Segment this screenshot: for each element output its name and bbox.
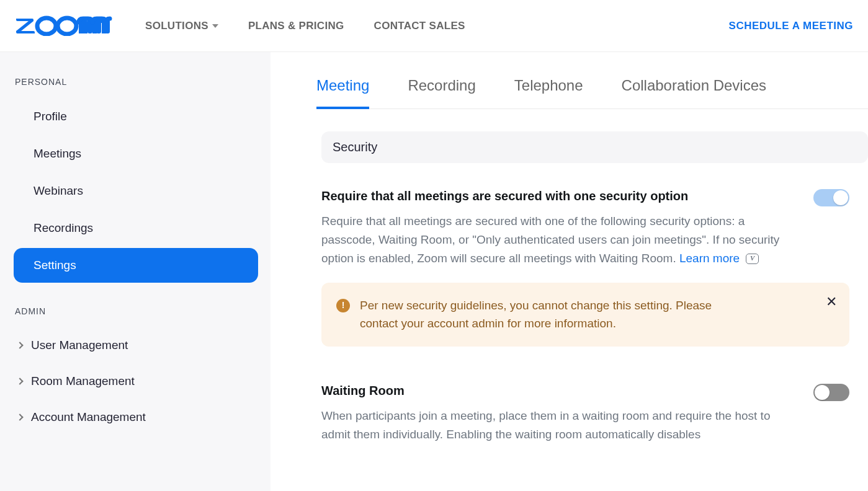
nav-label: CONTACT SALES (374, 20, 465, 32)
sidebar: PERSONAL Profile Meetings Webinars Recor… (0, 52, 271, 491)
tab-collaboration-devices[interactable]: Collaboration Devices (622, 77, 766, 109)
setting-description: Require that all meetings are secured wi… (321, 212, 787, 268)
sidebar-item-label: Room Management (31, 374, 135, 388)
setting-waiting-room: Waiting Room When participants join a me… (321, 384, 868, 444)
sidebar-item-settings[interactable]: Settings (14, 248, 258, 283)
setting-require-security: Require that all meetings are secured wi… (321, 189, 868, 347)
alert-text: Per new security guidelines, you cannot … (360, 296, 745, 333)
info-icon: V (746, 254, 759, 264)
sidebar-item-label: Profile (34, 110, 67, 123)
sidebar-section-admin: ADMIN (14, 306, 258, 316)
tab-recording[interactable]: Recording (408, 77, 475, 109)
setting-title: Waiting Room (321, 384, 787, 398)
main-content: Meeting Recording Telephone Collaboratio… (271, 52, 868, 491)
nav-plans-pricing[interactable]: PLANS & PRICING (248, 20, 344, 32)
setting-description: When participants join a meeting, place … (321, 407, 787, 444)
svg-rect-4 (96, 19, 101, 33)
security-alert: ! Per new security guidelines, you canno… (321, 283, 849, 347)
sidebar-item-label: Account Management (31, 410, 146, 424)
setting-title: Require that all meetings are secured wi… (321, 189, 787, 203)
tab-telephone[interactable]: Telephone (514, 77, 583, 109)
sidebar-item-label: Settings (34, 259, 76, 272)
nav-label: SOLUTIONS (145, 20, 208, 32)
nav-solutions[interactable]: SOLUTIONS (145, 20, 218, 32)
sidebar-item-label: Recordings (34, 221, 93, 235)
learn-more-link[interactable]: Learn more V (679, 249, 759, 268)
nav-label: PLANS & PRICING (248, 20, 344, 32)
sidebar-item-webinars[interactable]: Webinars (14, 174, 258, 208)
toggle-knob (833, 190, 848, 205)
sidebar-item-label: Webinars (34, 184, 83, 198)
svg-point-0 (37, 18, 56, 34)
warning-icon: ! (336, 299, 350, 312)
chevron-right-icon (16, 378, 23, 384)
sidebar-item-label: Meetings (34, 147, 81, 161)
svg-point-1 (58, 18, 76, 34)
sidebar-item-recordings[interactable]: Recordings (14, 211, 258, 246)
schedule-meeting-link[interactable]: SCHEDULE A MEETING (729, 20, 853, 32)
toggle-knob (815, 385, 830, 400)
sidebar-section-personal: PERSONAL (14, 77, 258, 87)
chevron-down-icon (212, 24, 218, 28)
nav-contact-sales[interactable]: CONTACT SALES (374, 20, 465, 32)
section-header-security: Security (321, 131, 868, 163)
zoom-logo[interactable] (15, 14, 114, 38)
sidebar-item-profile[interactable]: Profile (14, 99, 258, 134)
tabs: Meeting Recording Telephone Collaboratio… (316, 77, 868, 109)
close-icon[interactable]: ✕ (826, 295, 837, 309)
chevron-right-icon (16, 414, 23, 420)
sidebar-item-label: User Management (31, 338, 128, 352)
toggle-waiting-room[interactable] (813, 384, 849, 401)
learn-more-text: Learn more (679, 249, 740, 268)
sidebar-item-room-management[interactable]: Room Management (14, 365, 258, 398)
tab-meeting[interactable]: Meeting (316, 77, 369, 109)
sidebar-item-account-management[interactable]: Account Management (14, 400, 258, 434)
sidebar-item-meetings[interactable]: Meetings (14, 136, 258, 171)
sidebar-item-user-management[interactable]: User Management (14, 329, 258, 362)
toggle-require-security[interactable] (813, 189, 849, 206)
chevron-right-icon (16, 342, 23, 348)
